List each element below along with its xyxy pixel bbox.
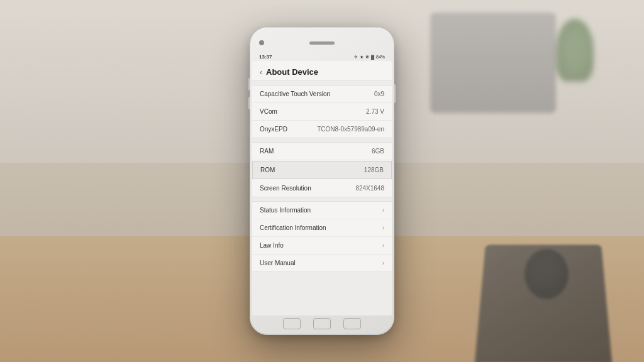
law-info-item[interactable]: Law Info › — [252, 237, 392, 255]
item-label-capacitive: Capacitive Touch Version — [260, 90, 330, 97]
status-information-label: Status Information — [260, 207, 311, 214]
screen-header: ‹ About Device — [252, 61, 392, 81]
list-item: VCom 2.73 V — [252, 103, 392, 121]
item-value-capacitive: 0x9 — [374, 90, 384, 97]
battery-percent: 84% — [376, 55, 385, 59]
page-title: About Device — [266, 67, 318, 77]
battery-icon: ▓ — [371, 55, 374, 59]
item-label-resolution: Screen Resolution — [260, 185, 311, 192]
user-manual-item[interactable]: User Manual › — [252, 255, 392, 272]
bluetooth-icon: ★ — [360, 55, 364, 60]
item-label-ram: RAM — [260, 148, 274, 155]
phone-screen: ‹ About Device Capacitive Touch Version … — [252, 61, 392, 315]
section-touch-info: Capacitive Touch Version 0x9 VCom 2.73 V… — [252, 85, 392, 138]
background-plant — [556, 19, 594, 82]
phone-bottom-buttons — [250, 315, 394, 334]
back-nav-button[interactable] — [283, 318, 301, 329]
wifi-icon: ❋ — [365, 55, 369, 60]
list-item: Screen Resolution 824X1648 — [252, 180, 392, 197]
status-icons: ✈ ★ ❋ ▓ 84% — [354, 55, 385, 60]
section-nav-items: Status Information › Certification Infor… — [252, 201, 392, 272]
item-value-vcom: 2.73 V — [366, 108, 384, 115]
recents-button[interactable] — [343, 318, 361, 329]
chevron-right-icon: › — [382, 207, 384, 214]
volume-up-button[interactable] — [248, 78, 250, 90]
section-hardware-info: RAM 6GB ROM 128GB Screen Resolution 824X… — [252, 142, 392, 197]
item-label-vcom: VCom — [260, 108, 277, 115]
airplane-icon: ✈ — [354, 55, 358, 60]
phone-device: 13:37 ✈ ★ ❋ ▓ 84% ‹ About Device Capacit… — [250, 27, 394, 335]
item-label-onyxepd: OnyxEPD — [260, 126, 287, 133]
chevron-right-icon: › — [382, 260, 384, 266]
item-value-rom: 128GB — [364, 167, 384, 173]
status-time: 13:37 — [259, 54, 272, 60]
background-ereader — [475, 244, 613, 362]
chevron-right-icon: › — [382, 224, 384, 231]
item-value-resolution: 824X1648 — [355, 185, 384, 192]
list-item-rom: ROM 128GB — [252, 161, 392, 179]
item-label-rom: ROM — [260, 167, 275, 173]
back-button[interactable]: ‹ — [260, 68, 262, 77]
status-information-item[interactable]: Status Information › — [252, 202, 392, 219]
power-button[interactable] — [394, 84, 396, 103]
earpiece-speaker — [309, 41, 335, 45]
list-item: OnyxEPD TCON8-0x57989a09-en — [252, 121, 392, 138]
volume-down-button[interactable] — [248, 97, 250, 109]
list-item: RAM 6GB — [252, 143, 392, 160]
law-info-label: Law Info — [260, 242, 284, 249]
certification-information-item[interactable]: Certification Information › — [252, 219, 392, 237]
background-monitor — [430, 13, 556, 113]
item-value-ram: 6GB — [372, 148, 384, 155]
certification-information-label: Certification Information — [260, 224, 326, 231]
scene: 13:37 ✈ ★ ❋ ▓ 84% ‹ About Device Capacit… — [0, 0, 644, 362]
phone-top-area — [250, 28, 394, 53]
chevron-right-icon: › — [382, 242, 384, 249]
item-value-onyxepd: TCON8-0x57989a09-en — [317, 126, 384, 133]
screen-content[interactable]: Capacitive Touch Version 0x9 VCom 2.73 V… — [252, 81, 392, 315]
user-manual-label: User Manual — [260, 260, 296, 266]
home-button[interactable] — [313, 318, 331, 329]
front-camera — [259, 40, 264, 45]
list-item: Capacitive Touch Version 0x9 — [252, 85, 392, 103]
status-bar: 13:37 ✈ ★ ❋ ▓ 84% — [250, 53, 394, 61]
